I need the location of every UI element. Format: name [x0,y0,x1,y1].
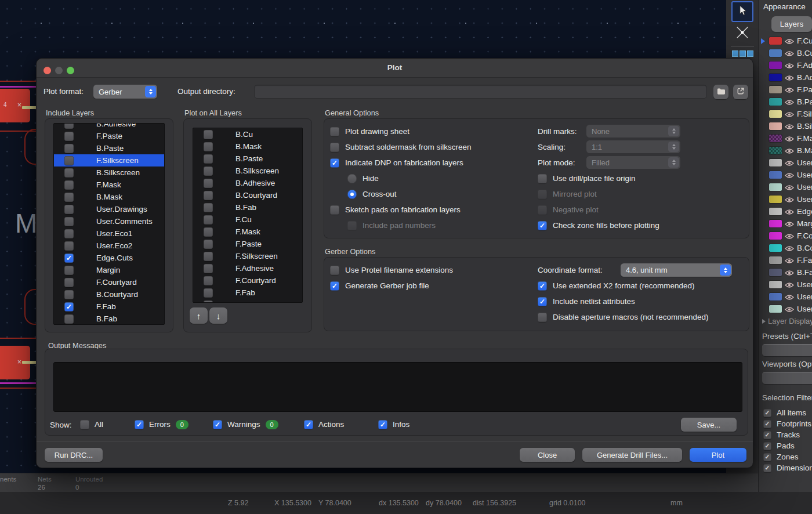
filter-infos[interactable]: ✓Infos [378,417,409,432]
layer-color-swatch[interactable] [769,281,782,288]
visibility-eye-icon[interactable] [785,86,794,93]
include-layer-row-margin[interactable]: Margin [54,264,164,276]
checkbox-b-fab[interactable] [204,203,213,212]
option-indicate-dnp-on-fabrication-layers[interactable]: ✓Indicate DNP on fabrication layers [330,155,472,171]
visibility-eye-icon[interactable] [785,123,794,129]
layer-color-swatch[interactable] [769,171,782,179]
plot-on-all-layers-listbox[interactable]: B.CuB.MaskB.PasteB.SilkscreenB.AdhesiveB… [193,128,303,303]
sidebar-layer-f-fab[interactable]: F.Fab [759,254,812,266]
sidebar-layer-b-courtyard[interactable]: B.Courtyard [759,242,812,254]
checkbox-disable-aperture-macros-not-recommended[interactable] [538,313,547,322]
sidebar-layer-user-eco2[interactable]: User.Eco2 [759,193,812,205]
move-up-button[interactable]: ↑ [190,307,208,324]
checkbox-f-silkscreen[interactable] [64,156,74,165]
checkbox-f-silkscreen[interactable] [204,252,213,261]
checkbox-all[interactable] [80,420,89,429]
plot-all-layer-row-f-silkscreen[interactable]: F.Silkscreen [193,250,302,262]
layer-color-swatch[interactable] [769,305,782,313]
checkbox-user-eco2[interactable] [64,241,74,251]
filter-all[interactable]: All [80,417,103,432]
include-layer-row-b-fab[interactable]: B.Fab [54,313,164,325]
move-down-button[interactable]: ↓ [209,307,227,324]
checkbox-negative-plot[interactable] [538,205,547,215]
visibility-eye-icon[interactable] [785,294,794,300]
include-layer-row-f-paste[interactable]: F.Paste [54,130,164,142]
tab-layers[interactable]: Layers [771,16,812,32]
sidebar-layer-b-fab[interactable]: B.Fab [759,266,812,278]
layer-display-collapse[interactable]: Layer Display Options [762,317,812,325]
checkbox-infos[interactable]: ✓ [378,420,387,429]
checkbox-f-courtyard[interactable] [64,278,74,287]
checkbox-b-silkscreen[interactable] [204,166,213,176]
checkbox-errors[interactable]: ✓ [135,420,144,429]
include-layer-row-user-eco2[interactable]: User.Eco2 [54,240,164,252]
include-layer-row-b-paste[interactable]: B.Paste [54,142,164,154]
sidebar-layer-b-cu[interactable]: B.Cu [759,47,812,59]
checkbox-b-cu[interactable] [204,130,213,139]
visibility-eye-icon[interactable] [785,269,794,276]
checkbox-b-mask[interactable] [64,193,74,202]
grid-tool-button[interactable] [731,49,753,58]
checkbox-use-extended-x2-format-recommended[interactable]: ✓ [538,281,547,291]
run-drc-button[interactable]: Run DRC... [45,448,103,462]
plot-mode-select[interactable]: Filled [586,156,680,169]
include-layer-row-f-fab[interactable]: ✓F.Fab [54,301,164,313]
layer-color-swatch[interactable] [769,256,782,264]
layer-color-swatch[interactable] [769,122,782,130]
checkbox-generate-gerber-job-file[interactable]: ✓ [330,281,339,291]
checkbox-f-mask[interactable] [64,180,74,190]
option-check-zone-fills-before-plotting[interactable]: ✓Check zone fills before plotting [538,218,659,233]
visibility-eye-icon[interactable] [785,111,794,117]
include-layer-row-f-courtyard[interactable]: F.Courtyard [54,276,164,288]
checkbox-user-comments[interactable] [64,217,74,226]
checkbox-dimensions[interactable]: ✓ [763,464,771,472]
browse-folder-button[interactable] [713,85,728,99]
sidebar-layer-margin[interactable]: Margin [759,218,812,230]
plot-all-layer-row-f-fab[interactable]: F.Fab [193,287,302,299]
option-use-protel-filename-extensions[interactable]: Use Protel filename extensions [330,262,453,278]
visibility-eye-icon[interactable] [785,135,794,142]
option-subtract-soldermask-from-silkscreen[interactable]: Subtract soldermask from silkscreen [330,139,472,155]
include-layer-row-b-silkscreen[interactable]: B.Silkscreen [54,166,164,179]
include-layers-listbox[interactable]: B.AdhesiveF.PasteB.PasteF.SilkscreenB.Si… [53,123,165,325]
visibility-eye-icon[interactable] [785,245,794,251]
option-plot-drawing-sheet[interactable]: Plot drawing sheet [330,124,472,139]
checkbox-b-adhesive[interactable] [204,179,213,188]
checkbox-item[interactable] [204,301,213,303]
select-tool-button[interactable] [731,1,753,22]
dialog-titlebar[interactable]: Plot [37,59,753,78]
checkbox-mirrored-plot[interactable] [538,190,547,199]
checkbox-user-eco1[interactable] [64,229,74,238]
selection-filter-dimensions[interactable]: ✓Dimensions [763,462,812,473]
checkbox-b-silkscreen[interactable] [64,168,74,178]
option-cross-out[interactable]: Cross-out [330,186,472,202]
include-layer-row-user-drawings[interactable]: User.Drawings [54,203,164,215]
plot-all-layer-row-b-paste[interactable]: B.Paste [193,153,302,165]
include-layer-row-edge-cuts[interactable]: ✓Edge.Cuts [54,252,164,264]
selection-filter-zones[interactable]: ✓Zones [763,451,812,462]
checkbox-warnings[interactable]: ✓ [213,420,222,429]
close-button[interactable]: Close [520,448,575,462]
selection-filter-tracks[interactable]: ✓Tracks [763,429,812,440]
checkbox-f-fab[interactable]: ✓ [64,302,74,312]
option-use-extended-x2-format-recommended[interactable]: ✓Use extended X2 format (recommended) [538,278,709,294]
visibility-eye-icon[interactable] [785,306,794,312]
checkbox-zones[interactable]: ✓ [763,453,771,461]
checkbox-pads[interactable]: ✓ [763,442,771,450]
option-negative-plot[interactable]: Negative plot [538,202,659,218]
checkbox-plot-drawing-sheet[interactable] [330,127,339,136]
layer-color-swatch[interactable] [769,196,782,203]
sidebar-layer-f-adhesive[interactable]: F.Adhesive [759,59,812,71]
sidebar-layer-f-silkscreen[interactable]: F.Silkscreen [759,108,812,120]
visibility-eye-icon[interactable] [785,62,794,68]
checkbox-f-fab[interactable] [204,288,213,298]
checkbox-b-adhesive[interactable] [64,123,74,129]
coordinate-format-select[interactable]: 4.6, unit mm [621,263,732,277]
checkbox-subtract-soldermask-from-silkscreen[interactable] [330,143,339,152]
visibility-eye-icon[interactable] [785,50,794,56]
checkbox-f-paste[interactable] [204,240,213,249]
plot-all-layer-row-b-adhesive[interactable]: B.Adhesive [193,177,302,189]
layer-color-swatch[interactable] [769,232,782,240]
radio-cross-out[interactable] [347,190,357,199]
layer-color-swatch[interactable] [769,244,782,252]
